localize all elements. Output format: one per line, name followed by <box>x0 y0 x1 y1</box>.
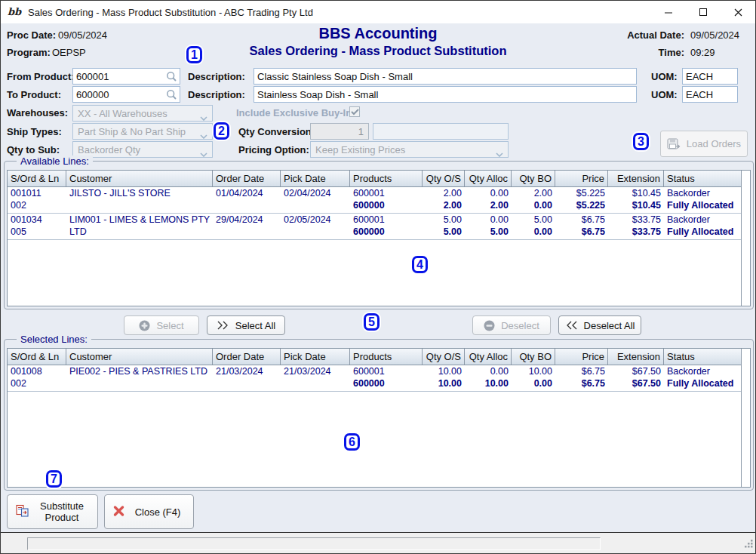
table-row[interactable]: 001008PIE002 - PIES & PASTRIES LTD21/03/… <box>8 365 741 392</box>
cell <box>66 200 213 212</box>
column-header[interactable]: Qty Alloc <box>465 171 512 186</box>
column-header[interactable]: Extension <box>608 349 664 365</box>
cell: JILSTO - JILL'S STORE <box>66 188 213 200</box>
close-window-button[interactable] <box>721 1 755 23</box>
uom2-input[interactable]: EACH <box>682 86 738 103</box>
uom2-label: UOM: <box>651 89 678 100</box>
selected-lines-grid: S/Ord & LnCustomerOrder DatePick DatePro… <box>7 348 751 488</box>
cell: $67.50 <box>608 366 664 378</box>
cell: LTD <box>66 226 213 239</box>
time-value: 09:29 <box>690 47 749 58</box>
deselect-all-button[interactable]: Deselect All <box>558 315 641 335</box>
floppy-disk-icon <box>667 138 681 150</box>
description1-input[interactable]: Classic Stainless Soap Dish - Small <box>254 68 637 85</box>
include-buyins-checkbox[interactable] <box>349 106 360 117</box>
table-row[interactable]: 001034LIM001 - LIMES & LEMONS PTY29/04/2… <box>8 214 741 240</box>
copy-documents-icon <box>15 503 29 520</box>
cell: $6.75 <box>555 366 608 378</box>
from-product-lookup-icon[interactable] <box>166 71 177 85</box>
pricing-option-dropdown[interactable]: Keep Existing Prices <box>310 141 509 158</box>
column-header[interactable]: Customer <box>66 349 213 365</box>
cell: $33.75 <box>608 226 664 239</box>
cell: 001011 <box>8 188 66 200</box>
uom1-input[interactable]: EACH <box>682 68 738 85</box>
cell: 600001 <box>350 366 423 378</box>
description1-value: Classic Stainless Soap Dish - Small <box>257 71 413 82</box>
cell: 2.00 <box>423 188 465 200</box>
minus-circle-icon <box>484 320 495 331</box>
column-header[interactable]: Qty O/S <box>423 171 465 186</box>
load-orders-button[interactable]: Load Orders <box>660 131 748 157</box>
column-header[interactable]: Qty BO <box>512 349 555 365</box>
cell: 600000 <box>350 378 423 390</box>
column-header[interactable]: Pick Date <box>281 171 350 186</box>
description2-input[interactable]: Stainless Soap Dish - Small <box>254 86 637 103</box>
select-all-button[interactable]: Select All <box>207 315 285 335</box>
substitute-product-button[interactable]: Substitute Product <box>7 494 98 529</box>
column-header[interactable]: Order Date <box>213 349 281 365</box>
column-header[interactable]: Price <box>555 171 608 186</box>
column-header[interactable]: Products <box>350 349 423 365</box>
column-header[interactable]: S/Ord & Ln <box>8 349 66 365</box>
column-header[interactable]: Price <box>555 349 608 365</box>
column-header[interactable]: Products <box>350 171 423 186</box>
table-row[interactable]: 001011JILSTO - JILL'S STORE01/04/202402/… <box>8 187 741 214</box>
to-product-input[interactable]: 600000 <box>72 86 180 103</box>
callout-2: 2 <box>214 122 229 140</box>
cell: 01/04/2024 <box>213 188 281 200</box>
qty-conversion-input-2[interactable] <box>373 123 509 140</box>
from-product-value: 600001 <box>76 71 109 82</box>
load-orders-label: Load Orders <box>687 138 741 149</box>
cell: $10.45 <box>608 200 664 212</box>
vertical-scrollbar-track[interactable] <box>741 171 750 306</box>
column-header[interactable]: Extension <box>608 171 664 186</box>
resize-grip[interactable] <box>744 538 754 552</box>
cell: 600000 <box>350 200 423 212</box>
red-x-icon <box>112 505 125 519</box>
cell <box>213 226 281 239</box>
time-label: Time: <box>659 47 684 58</box>
callout-5: 5 <box>364 313 380 331</box>
column-header[interactable]: Qty BO <box>512 171 555 186</box>
cell: 02/04/2024 <box>281 188 350 200</box>
cell: 10.00 <box>423 378 465 390</box>
qty-to-sub-dropdown[interactable]: Backorder Qty <box>72 141 213 158</box>
select-button[interactable]: Select <box>124 315 199 335</box>
available-lines-title: Available Lines: <box>17 155 93 167</box>
cell: 001008 <box>8 366 66 378</box>
maximize-button[interactable] <box>686 1 721 23</box>
column-header[interactable]: Qty O/S <box>423 349 465 365</box>
column-header[interactable]: S/Ord & Ln <box>8 171 66 186</box>
warehouses-label: Warehouses: <box>7 107 68 118</box>
vertical-scrollbar-track[interactable] <box>741 349 750 487</box>
qty-conversion-input[interactable]: 1 <box>310 123 369 140</box>
from-product-input[interactable]: 600001 <box>72 68 180 85</box>
ship-types-dropdown[interactable]: Part Ship & No Part Ship <box>72 123 213 140</box>
cell: Fully Allocated <box>664 200 741 212</box>
column-header[interactable]: Status <box>664 171 750 186</box>
deselect-label: Deselect <box>501 320 539 331</box>
cell: 5.00 <box>512 214 555 226</box>
callout-4: 4 <box>412 256 428 273</box>
warehouses-dropdown[interactable]: XX - All Warehouses <box>72 105 213 122</box>
cell: 5.00 <box>423 226 465 239</box>
available-grid-body: 001011JILSTO - JILL'S STORE01/04/202402/… <box>8 187 741 306</box>
minimize-button[interactable] <box>651 1 686 23</box>
close-button[interactable]: Close (F4) <box>104 494 194 529</box>
cell: 0.00 <box>512 226 555 239</box>
column-header[interactable]: Status <box>664 349 750 365</box>
description1-label: Description: <box>188 71 245 82</box>
column-header[interactable]: Pick Date <box>281 349 350 365</box>
to-product-lookup-icon[interactable] <box>166 89 177 103</box>
pricing-option-label: Pricing Option: <box>238 144 309 155</box>
cell <box>281 200 350 212</box>
cell: 21/03/2024 <box>281 366 350 378</box>
column-header[interactable]: Qty Alloc <box>465 349 512 365</box>
double-chevron-right-icon <box>217 321 229 330</box>
column-header[interactable]: Order Date <box>213 171 281 186</box>
cell: $6.75 <box>555 214 608 226</box>
uom1-value: EACH <box>686 71 713 82</box>
cell: 2.00 <box>423 200 465 212</box>
deselect-button[interactable]: Deselect <box>472 315 551 335</box>
column-header[interactable]: Customer <box>66 171 213 186</box>
